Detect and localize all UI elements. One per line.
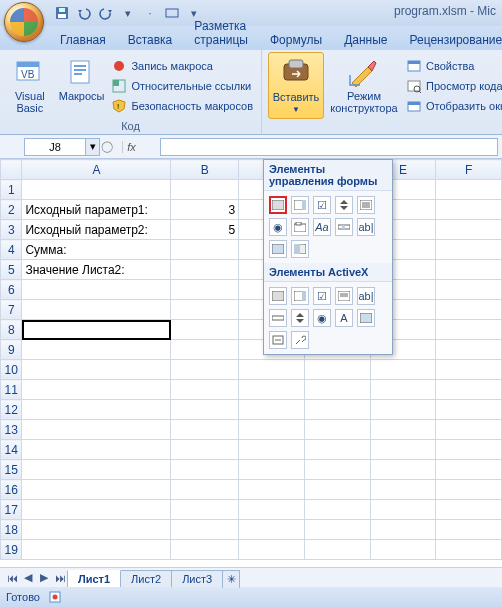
cell[interactable] <box>171 320 239 340</box>
row-header[interactable]: 16 <box>1 480 22 500</box>
cell[interactable] <box>436 360 502 380</box>
chevron-down-icon[interactable]: ▾ <box>118 3 138 23</box>
row-header[interactable]: 13 <box>1 420 22 440</box>
ax-label-icon[interactable]: A <box>335 309 353 327</box>
record-macro-button[interactable]: Запись макроса <box>109 57 255 75</box>
cell[interactable] <box>304 500 370 520</box>
cell[interactable] <box>239 360 305 380</box>
macro-record-status-icon[interactable] <box>48 590 64 604</box>
tab-pagelayout[interactable]: Разметка страницы <box>186 15 256 50</box>
cell[interactable] <box>436 380 502 400</box>
row-header[interactable]: 10 <box>1 360 22 380</box>
cell[interactable] <box>22 180 171 200</box>
tab-review[interactable]: Рецензирование <box>402 29 502 50</box>
form-option-icon[interactable]: ◉ <box>269 218 287 236</box>
macro-security-button[interactable]: !Безопасность макросов <box>109 97 255 115</box>
cell[interactable] <box>171 300 239 320</box>
select-all-corner[interactable] <box>1 160 22 180</box>
cell[interactable] <box>22 520 171 540</box>
cell[interactable] <box>436 320 502 340</box>
row-header[interactable]: 12 <box>1 400 22 420</box>
form-combo-icon[interactable] <box>291 196 309 214</box>
tab-data[interactable]: Данные <box>336 29 395 50</box>
view-code-button[interactable]: Просмотр кода <box>404 77 502 95</box>
form-spin-icon[interactable] <box>335 196 353 214</box>
cell[interactable] <box>171 260 239 280</box>
row-header[interactable]: 18 <box>1 520 22 540</box>
row-header[interactable]: 14 <box>1 440 22 460</box>
cell[interactable] <box>239 540 305 560</box>
sheet-nav-prev-icon[interactable]: ◀ <box>20 570 36 586</box>
cell[interactable] <box>370 480 436 500</box>
cell[interactable] <box>22 540 171 560</box>
sheet-tab-2[interactable]: Лист2 <box>120 570 172 587</box>
name-box-dropdown[interactable]: ▾ <box>86 138 100 156</box>
cell[interactable] <box>22 340 171 360</box>
cell[interactable]: Значение Листа2: <box>22 260 171 280</box>
cell[interactable] <box>304 400 370 420</box>
tab-insert[interactable]: Вставка <box>120 29 181 50</box>
visual-basic-button[interactable]: VB Visual Basic <box>6 52 54 119</box>
row-header[interactable]: 17 <box>1 500 22 520</box>
cell[interactable] <box>436 280 502 300</box>
cell[interactable] <box>22 440 171 460</box>
cell[interactable] <box>304 420 370 440</box>
cell[interactable] <box>436 460 502 480</box>
save-icon[interactable] <box>52 3 72 23</box>
col-header-b[interactable]: B <box>171 160 239 180</box>
form-check-icon[interactable]: ☑ <box>313 196 331 214</box>
cell[interactable] <box>436 500 502 520</box>
cell[interactable] <box>304 460 370 480</box>
cell[interactable] <box>171 520 239 540</box>
row-header[interactable]: 5 <box>1 260 22 280</box>
ax-spin-icon[interactable] <box>291 309 309 327</box>
cell[interactable] <box>171 440 239 460</box>
ax-scroll-icon[interactable] <box>269 309 287 327</box>
cell[interactable] <box>436 260 502 280</box>
ax-text-icon[interactable]: ab| <box>357 287 375 305</box>
row-header[interactable]: 9 <box>1 340 22 360</box>
ax-check-icon[interactable]: ☑ <box>313 287 331 305</box>
ax-image-icon[interactable] <box>357 309 375 327</box>
sheet-tab-new[interactable]: ✳ <box>222 570 240 588</box>
undo-icon[interactable] <box>74 3 94 23</box>
fx-icon[interactable]: fx <box>122 141 140 153</box>
office-button[interactable] <box>4 2 44 42</box>
cell[interactable] <box>304 360 370 380</box>
cell[interactable] <box>22 280 171 300</box>
tab-formulas[interactable]: Формулы <box>262 29 330 50</box>
cell[interactable] <box>370 540 436 560</box>
cell[interactable] <box>171 540 239 560</box>
cell[interactable] <box>239 420 305 440</box>
cell[interactable] <box>304 380 370 400</box>
cell[interactable] <box>239 440 305 460</box>
tab-home[interactable]: Главная <box>52 29 114 50</box>
ax-combo-icon[interactable] <box>291 287 309 305</box>
row-header[interactable]: 4 <box>1 240 22 260</box>
sheet-tab-1[interactable]: Лист1 <box>67 570 121 587</box>
cell[interactable] <box>370 460 436 480</box>
cell[interactable] <box>22 400 171 420</box>
cell[interactable] <box>304 440 370 460</box>
form-image-icon[interactable] <box>269 240 287 258</box>
row-header[interactable]: 1 <box>1 180 22 200</box>
cell[interactable] <box>370 440 436 460</box>
col-header-f[interactable]: F <box>436 160 502 180</box>
cell[interactable] <box>171 180 239 200</box>
row-header[interactable]: 6 <box>1 280 22 300</box>
cell[interactable] <box>304 520 370 540</box>
ax-option-icon[interactable]: ◉ <box>313 309 331 327</box>
cell[interactable] <box>370 400 436 420</box>
cell[interactable] <box>370 380 436 400</box>
row-header[interactable]: 7 <box>1 300 22 320</box>
cell[interactable] <box>22 360 171 380</box>
cell[interactable] <box>436 420 502 440</box>
cell[interactable] <box>304 540 370 560</box>
cell[interactable] <box>436 300 502 320</box>
cell[interactable] <box>436 200 502 220</box>
cell[interactable] <box>370 500 436 520</box>
properties-button[interactable]: Свойства <box>404 57 502 75</box>
col-header-a[interactable]: A <box>22 160 171 180</box>
cell[interactable] <box>171 340 239 360</box>
row-header[interactable]: 3 <box>1 220 22 240</box>
